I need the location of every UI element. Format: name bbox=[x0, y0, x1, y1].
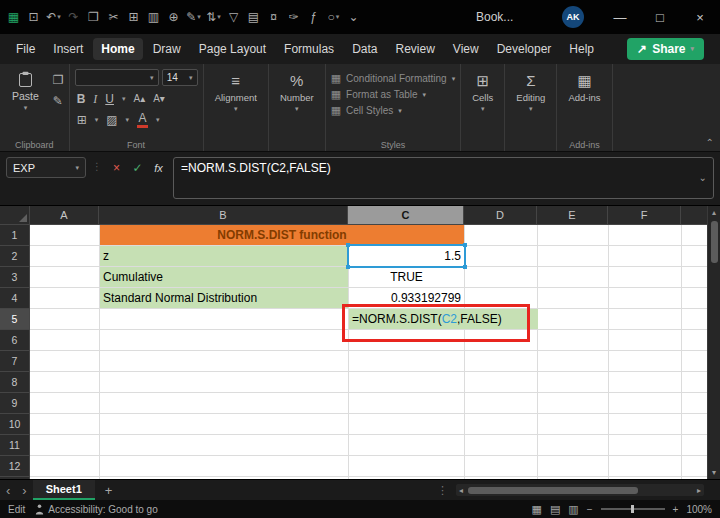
menu-tab-file[interactable]: File bbox=[8, 38, 43, 60]
font-size-select[interactable]: 14 ▾ bbox=[162, 69, 198, 86]
maximize-button[interactable]: □ bbox=[640, 0, 680, 34]
column-header-b[interactable]: B bbox=[99, 206, 348, 224]
menu-tab-page-layout[interactable]: Page Layout bbox=[191, 38, 274, 60]
column-header-d[interactable]: D bbox=[464, 206, 537, 224]
cell-c3[interactable]: TRUE bbox=[349, 267, 464, 287]
row-header-2[interactable]: 2 bbox=[0, 246, 29, 267]
menu-tab-review[interactable]: Review bbox=[387, 38, 442, 60]
column-header-e[interactable]: E bbox=[537, 206, 608, 224]
row-header-8[interactable]: 8 bbox=[0, 372, 29, 393]
menu-tab-draw[interactable]: Draw bbox=[145, 38, 189, 60]
row-header-3[interactable]: 3 bbox=[0, 267, 29, 288]
cell-b4[interactable]: Standard Normal Distribution bbox=[100, 288, 348, 308]
horizontal-scroll-thumb[interactable] bbox=[468, 487, 638, 494]
function-icon[interactable]: ƒ bbox=[304, 5, 323, 29]
sheet-tab-sheet1[interactable]: Sheet1 bbox=[33, 480, 95, 500]
row-header-11[interactable]: 11 bbox=[0, 435, 29, 456]
cancel-button[interactable]: × bbox=[108, 159, 125, 176]
menu-tab-developer[interactable]: Developer bbox=[489, 38, 560, 60]
row-header-9[interactable]: 9 bbox=[0, 393, 29, 414]
row-header-12[interactable]: 12 bbox=[0, 456, 29, 477]
conditional-formatting-button[interactable]: ▦ Conditional Formatting ▾ bbox=[331, 73, 456, 84]
collapse-ribbon-icon[interactable]: ⌃ bbox=[706, 137, 714, 148]
select-all-corner[interactable] bbox=[0, 206, 30, 224]
row-header-5[interactable]: 5 bbox=[0, 309, 29, 330]
increase-font-button[interactable]: A▴ bbox=[133, 94, 145, 104]
qat-overflow-icon[interactable]: ⌄ bbox=[344, 5, 363, 29]
format-as-table-button[interactable]: ▦ Format as Table ▾ bbox=[331, 89, 456, 100]
insert-function-button[interactable]: fx bbox=[150, 159, 167, 176]
close-button[interactable]: × bbox=[680, 0, 720, 34]
underline-button[interactable]: U bbox=[105, 93, 114, 105]
draw-icon[interactable]: ✎▾ bbox=[184, 5, 203, 29]
scroll-right-icon[interactable]: ▸ bbox=[694, 486, 704, 495]
menu-tab-data[interactable]: Data bbox=[344, 38, 385, 60]
redo-icon[interactable]: ↷ bbox=[64, 5, 83, 29]
currency-icon[interactable]: ¤ bbox=[264, 5, 283, 29]
row-header-6[interactable]: 6 bbox=[0, 330, 29, 351]
alignment-button[interactable]: ≡ Alignment ▾ bbox=[209, 69, 263, 117]
zoom-in-button[interactable]: + bbox=[673, 504, 679, 515]
add-sheet-button[interactable]: + bbox=[95, 483, 123, 498]
cell-b1-title[interactable]: NORM.S.DIST function bbox=[100, 225, 464, 245]
globe-icon[interactable]: ⊕ bbox=[164, 5, 183, 29]
avatar[interactable]: AK bbox=[562, 6, 584, 28]
app-launcher-icon[interactable]: ▦ bbox=[4, 5, 23, 29]
cell-c2[interactable]: 1.5 bbox=[349, 246, 464, 266]
brush-icon[interactable]: ✑ bbox=[284, 5, 303, 29]
vertical-scrollbar[interactable]: ▴ ▾ bbox=[707, 206, 720, 479]
menu-tab-view[interactable]: View bbox=[445, 38, 487, 60]
column-header-f[interactable]: F bbox=[608, 206, 681, 224]
format-painter-icon[interactable]: ✎ bbox=[53, 95, 64, 107]
borders-button[interactable]: ⊞ bbox=[77, 114, 87, 126]
row-header-4[interactable]: 4 bbox=[0, 288, 29, 309]
minimize-button[interactable]: — bbox=[600, 0, 640, 34]
undo-icon[interactable]: ↶▾ bbox=[44, 5, 63, 29]
page-layout-view-icon[interactable]: ▤ bbox=[550, 503, 560, 516]
row-header-10[interactable]: 10 bbox=[0, 414, 29, 435]
vertical-scroll-thumb[interactable] bbox=[711, 221, 718, 263]
horizontal-scrollbar[interactable]: ◂ ▸ bbox=[456, 484, 704, 496]
editing-button[interactable]: Σ Editing ▾ bbox=[510, 69, 551, 117]
enter-button[interactable]: ✓ bbox=[129, 159, 146, 176]
fill-color-button[interactable]: ▨ bbox=[106, 114, 117, 126]
sort-icon[interactable]: ⇅▾ bbox=[204, 5, 223, 29]
scroll-up-icon[interactable]: ▴ bbox=[712, 206, 716, 219]
menu-tab-home[interactable]: Home bbox=[93, 38, 142, 60]
share-button[interactable]: ↗ Share ▾ bbox=[627, 38, 704, 60]
zoom-out-button[interactable]: − bbox=[587, 504, 593, 515]
copy-icon[interactable]: ❐ bbox=[84, 5, 103, 29]
grid-body[interactable]: 123456789101112 NORM.S.DIST function z 1… bbox=[0, 225, 707, 479]
menu-tab-help[interactable]: Help bbox=[561, 38, 602, 60]
menu-tab-formulas[interactable]: Formulas bbox=[276, 38, 342, 60]
previous-sheet-icon[interactable]: ‹ bbox=[0, 483, 16, 498]
scroll-left-icon[interactable]: ◂ bbox=[456, 486, 466, 495]
column-header-a[interactable]: A bbox=[30, 206, 99, 224]
formula-input[interactable]: =NORM.S.DIST(C2,FALSE) ⌄ bbox=[173, 157, 714, 199]
row-header-1[interactable]: 1 bbox=[0, 225, 29, 246]
decrease-font-button[interactable]: A▾ bbox=[153, 94, 165, 104]
number-button[interactable]: % Number ▾ bbox=[274, 69, 320, 117]
grid-icon[interactable]: ▤ bbox=[244, 5, 263, 29]
menu-tab-insert[interactable]: Insert bbox=[45, 38, 91, 60]
zoom-slider[interactable] bbox=[601, 508, 665, 510]
scroll-down-icon[interactable]: ▾ bbox=[712, 466, 716, 479]
normal-view-icon[interactable]: ▦ bbox=[532, 503, 542, 516]
name-box[interactable]: EXP ▾ bbox=[6, 157, 86, 178]
cell-styles-button[interactable]: ▦ Cell Styles ▾ bbox=[331, 105, 456, 116]
cut-icon[interactable]: ✂ bbox=[104, 5, 123, 29]
filter-icon[interactable]: ▽ bbox=[224, 5, 243, 29]
zoom-slider-thumb[interactable] bbox=[631, 505, 634, 513]
zoom-level[interactable]: 100% bbox=[686, 504, 712, 515]
cells-button[interactable]: ⊞ Cells ▾ bbox=[466, 69, 499, 117]
font-color-button[interactable]: A bbox=[137, 112, 148, 128]
save-icon[interactable]: ⊡ bbox=[24, 5, 43, 29]
next-sheet-icon[interactable]: › bbox=[16, 483, 32, 498]
expand-formula-bar-icon[interactable]: ⌄ bbox=[699, 172, 707, 183]
bold-button[interactable]: B bbox=[77, 93, 86, 105]
accessibility-status[interactable]: Accessibility: Good to go bbox=[35, 504, 158, 515]
tab-bar-grip-icon[interactable]: ⋮ bbox=[429, 484, 456, 497]
font-name-select[interactable]: ▾ bbox=[75, 69, 159, 86]
table-icon[interactable]: ⊞ bbox=[124, 5, 143, 29]
page-break-view-icon[interactable]: ▥ bbox=[568, 503, 578, 516]
